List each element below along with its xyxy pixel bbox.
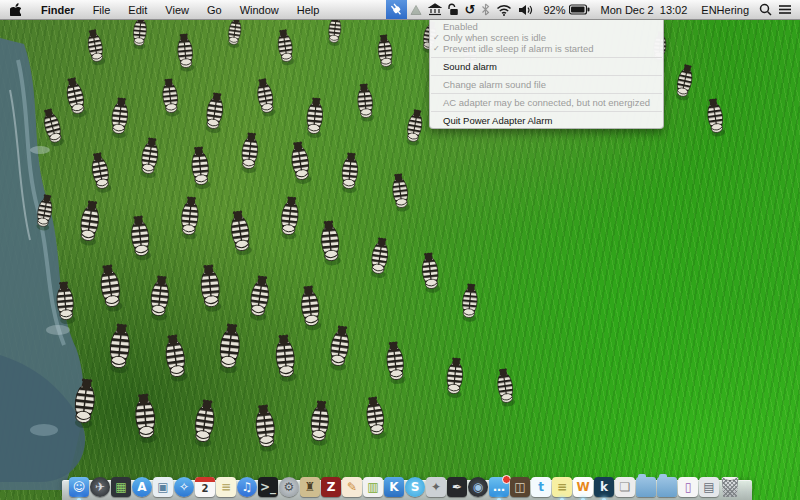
menu-view[interactable]: View xyxy=(156,0,198,19)
user-name: ENHering xyxy=(697,4,753,16)
unlock-icon xyxy=(448,3,459,16)
notification-center-menu-extra[interactable] xyxy=(775,0,795,19)
history-icon: ↺ xyxy=(465,3,476,16)
spotlight-menu-extra[interactable] xyxy=(756,0,775,19)
dock-icon-app-store[interactable]: A xyxy=(132,477,152,497)
power-adapter-alarm-menu: Enabled ✓Only when screen is idle ✓Preve… xyxy=(429,19,664,129)
bluetooth-icon xyxy=(481,3,490,16)
dock-icon-notes[interactable]: ≡ xyxy=(216,477,236,497)
dock-icon-messages[interactable]: … xyxy=(489,477,509,497)
wifi-icon xyxy=(496,4,512,16)
dock-icon-building-game[interactable]: ♜ xyxy=(300,477,320,497)
checkmark-icon: ✓ xyxy=(433,43,440,54)
lock-menu-extra[interactable] xyxy=(445,0,462,19)
menu-item-change-alarm-sound-file[interactable]: Change alarm sound file xyxy=(430,79,663,90)
dock-icon-zotero[interactable]: Z xyxy=(321,477,341,497)
menu-item-ac-adapter-status[interactable]: AC adapter may be connected, but not ene… xyxy=(430,97,663,108)
menu-separator xyxy=(430,54,663,61)
menu-separator xyxy=(430,108,663,115)
triangle-menu-extra[interactable] xyxy=(407,0,425,19)
dock-icon-keynote[interactable]: K xyxy=(384,477,404,497)
menu-app-name[interactable]: Finder xyxy=(32,0,84,19)
checkmark-icon: ✓ xyxy=(433,32,440,43)
menu-bar: Finder File Edit View Go Window Help ↺ xyxy=(0,0,800,20)
apple-menu[interactable] xyxy=(0,0,32,19)
power-plug-icon xyxy=(389,2,404,17)
bank-icon xyxy=(428,3,442,16)
status-tray: ↺ 92% Mon Dec 2 13:02 ENHering xyxy=(386,0,800,19)
dock-icon-launchpad[interactable]: ✈ xyxy=(90,477,110,497)
dock-icon-folder-2[interactable] xyxy=(657,477,677,497)
dock-icon-installer[interactable]: ▯ xyxy=(678,477,698,497)
menu-help[interactable]: Help xyxy=(288,0,329,19)
dock-icon-photos-stack[interactable]: ❏ xyxy=(615,477,635,497)
dock-icon-keychain[interactable]: ✦ xyxy=(426,477,446,497)
wallpaper-art xyxy=(0,0,800,500)
dock-icon-system-preferences[interactable]: ⚙ xyxy=(279,477,299,497)
battery-menu-extra[interactable]: 92% xyxy=(536,0,593,19)
bluetooth-menu-extra[interactable] xyxy=(478,0,493,19)
desktop: Finder File Edit View Go Window Help ↺ xyxy=(0,0,800,500)
clock-menu-extra[interactable]: Mon Dec 2 13:02 xyxy=(593,0,694,19)
clock-text: Mon Dec 2 13:02 xyxy=(596,4,691,16)
menu-item-only-when-screen-idle[interactable]: ✓Only when screen is idle xyxy=(430,32,663,43)
dock-icon-text-editor[interactable]: ✎ xyxy=(342,477,362,497)
dock-icon-trash[interactable] xyxy=(720,477,740,497)
dock-icon-stickies[interactable]: ≡ xyxy=(552,477,572,497)
dock-icon-safari[interactable]: ✧ xyxy=(174,477,194,497)
menu-separator xyxy=(430,72,663,79)
menu-go[interactable]: Go xyxy=(198,0,231,19)
battery-icon xyxy=(569,4,590,15)
dock-icons: ☺✈▦A▣✧2≡♫>_⚙♜Z✎▥KS✦✒◉…◫t≡Wk❏▯▤ xyxy=(69,477,740,497)
dock-icon-mission-control[interactable]: ▦ xyxy=(111,477,131,497)
apple-logo-icon xyxy=(10,3,21,16)
wifi-menu-extra[interactable] xyxy=(493,0,515,19)
dock-icon-calendar[interactable]: 2 xyxy=(195,477,215,497)
menu-separator xyxy=(430,90,663,97)
user-menu-extra[interactable]: ENHering xyxy=(694,0,756,19)
menu-file[interactable]: File xyxy=(84,0,120,19)
menu-item-sound-alarm[interactable]: Sound alarm xyxy=(430,61,663,72)
triangle-icon xyxy=(410,4,422,16)
notification-center-icon xyxy=(778,4,792,15)
dock-icon-folder-1[interactable] xyxy=(636,477,656,497)
history-menu-extra[interactable]: ↺ xyxy=(462,0,479,19)
dock-icon-preview[interactable]: ▣ xyxy=(153,477,173,497)
wallpaper-zebra-photo xyxy=(0,0,800,500)
dock-icon-finder[interactable]: ☺ xyxy=(69,477,89,497)
menu-edit[interactable]: Edit xyxy=(119,0,156,19)
power-adapter-alarm-menu-extra[interactable] xyxy=(386,0,407,19)
menu-item-enabled[interactable]: Enabled xyxy=(430,21,663,32)
dock-icon-twitter[interactable]: t xyxy=(531,477,551,497)
dock-icon-charts[interactable]: ▥ xyxy=(363,477,383,497)
menu-bar-left: Finder File Edit View Go Window Help xyxy=(0,0,328,19)
dock-icon-terminal[interactable]: >_ xyxy=(258,477,278,497)
menu-item-prevent-idle-sleep[interactable]: ✓Prevent idle sleep if alarm is started xyxy=(430,43,663,54)
dock-icon-w-app[interactable]: W xyxy=(573,477,593,497)
dock-icon-skype[interactable]: S xyxy=(405,477,425,497)
menu-item-quit[interactable]: Quit Power Adapter Alarm xyxy=(430,115,663,126)
battery-percent: 92% xyxy=(539,4,569,16)
dock-icon-documents-stack[interactable]: ▤ xyxy=(699,477,719,497)
volume-menu-extra[interactable] xyxy=(515,0,536,19)
spotlight-search-icon xyxy=(759,3,772,16)
dock-icon-camera-app[interactable]: ◉ xyxy=(468,477,488,497)
menu-window[interactable]: Window xyxy=(231,0,288,19)
dock-icon-itunes[interactable]: ♫ xyxy=(237,477,257,497)
bank-menu-extra[interactable] xyxy=(425,0,445,19)
dock-icon-pen-app[interactable]: ✒ xyxy=(447,477,467,497)
dock-icon-box-app[interactable]: ◫ xyxy=(510,477,530,497)
volume-icon xyxy=(518,4,533,16)
dock-icon-kindle[interactable]: k xyxy=(594,477,614,497)
